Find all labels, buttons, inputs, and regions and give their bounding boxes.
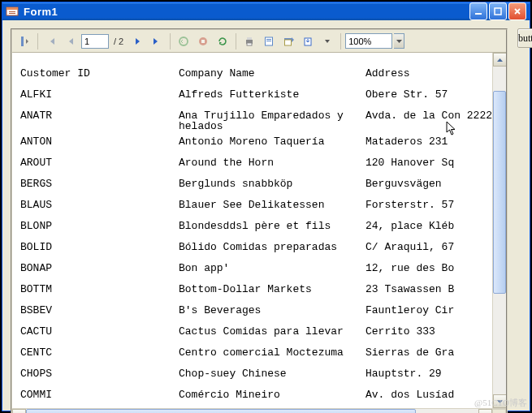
svg-rect-15	[266, 41, 271, 41]
separator	[236, 33, 236, 49]
client-area: / 2 100% Customer I	[2, 20, 530, 413]
print-layout-icon[interactable]	[260, 32, 278, 50]
prev-page-icon[interactable]	[62, 32, 80, 50]
maximize-button[interactable]	[489, 2, 507, 20]
table-row[interactable]: BERGSBerglunds snabbköpBerguvsvägen	[20, 176, 492, 197]
export-icon[interactable]	[299, 32, 317, 50]
scroll-right-icon[interactable]	[478, 409, 492, 413]
report-content[interactable]: Customer ID Company Name Address ALFKIAl…	[12, 53, 492, 408]
export-dropdown-icon[interactable]	[318, 32, 336, 50]
page-setup-icon[interactable]	[279, 32, 297, 50]
stop-icon[interactable]	[194, 32, 212, 50]
minimize-button[interactable]	[469, 2, 487, 20]
separator	[340, 33, 341, 49]
button1[interactable]: button1	[517, 28, 532, 48]
table-row[interactable]: CHOPSChop-suey ChineseHauptstr. 29	[20, 366, 492, 387]
titlebar[interactable]: Form1	[2, 2, 530, 20]
table-header: Customer ID Company Name Address	[20, 66, 492, 87]
first-page-icon[interactable]	[42, 32, 60, 50]
svg-rect-14	[266, 39, 271, 40]
svg-rect-11	[247, 37, 252, 40]
zoom-input[interactable]: 100%	[345, 33, 392, 49]
back-icon[interactable]	[175, 32, 192, 50]
svg-rect-2	[9, 11, 15, 12]
window-title: Form1	[24, 6, 58, 18]
table-row[interactable]: COMMIComércio MineiroAv. dos Lusíad	[20, 387, 492, 408]
report-viewer: / 2 100% Customer I	[11, 28, 508, 413]
page-total-label: / 2	[114, 37, 123, 46]
svg-rect-4	[475, 13, 482, 15]
separator	[170, 33, 171, 49]
vertical-scrollbar[interactable]	[492, 53, 506, 408]
report-area: Customer ID Company Name Address ALFKIAl…	[12, 53, 506, 408]
print-icon[interactable]	[240, 32, 258, 50]
table-row[interactable]: BLAUSBlauer See DelikatessenForsterstr. …	[20, 197, 492, 218]
svg-rect-16	[285, 40, 292, 45]
table-row[interactable]: AROUTAround the Horn120 Hanover Sq	[20, 155, 492, 176]
svg-rect-9	[201, 40, 205, 43]
table-row[interactable]: CACTUCactus Comidas para llevarCerrito 3…	[20, 324, 492, 345]
svg-rect-3	[9, 13, 15, 14]
close-button[interactable]	[508, 2, 526, 20]
zoom-dropdown-icon[interactable]	[394, 33, 404, 49]
scroll-up-icon[interactable]	[493, 53, 506, 67]
app-icon	[6, 5, 19, 18]
page-input[interactable]	[81, 34, 109, 49]
separator	[37, 33, 38, 49]
scroll-corner	[492, 409, 506, 413]
table-row[interactable]: ALFKIAlfreds FutterkisteObere Str. 57	[20, 87, 492, 108]
table-row[interactable]: CENTCCentro comercial MoctezumaSierras d…	[20, 345, 492, 366]
table-row[interactable]: BOTTMBottom-Dollar Markets23 Tsawassen B	[20, 282, 492, 303]
svg-rect-6	[21, 37, 24, 46]
window-frame: Form1 / 2	[2, 2, 530, 411]
table-row[interactable]: ANTONAntonio Moreno TaqueríaMataderos 23…	[20, 134, 492, 155]
next-page-icon[interactable]	[128, 32, 146, 50]
scroll-left-icon[interactable]	[12, 409, 26, 413]
scroll-thumb-vertical[interactable]	[493, 91, 506, 294]
scroll-thumb-horizontal[interactable]	[26, 409, 416, 413]
last-page-icon[interactable]	[148, 32, 166, 50]
horizontal-scrollbar[interactable]	[12, 408, 506, 413]
svg-rect-1	[6, 7, 18, 10]
table-row[interactable]: BOLIDBólido Comidas preparadasC/ Araquil…	[20, 239, 492, 260]
refresh-icon[interactable]	[214, 32, 231, 50]
table-row[interactable]: ANATRAna Trujillo Emparedados y heladosA…	[20, 108, 492, 134]
viewer-toolbar: / 2 100%	[12, 30, 506, 53]
parameters-toggle-icon[interactable]	[15, 32, 33, 50]
table-row[interactable]: BLONPBlondesddsl père et fils24, place K…	[20, 218, 492, 239]
svg-rect-5	[495, 8, 501, 15]
table-row[interactable]: BONAPBon app'12, rue des Bo	[20, 260, 492, 282]
svg-rect-12	[247, 43, 252, 45]
table-row[interactable]: BSBEVB's BeveragesFauntleroy Cir	[20, 303, 492, 324]
scroll-down-icon[interactable]	[493, 394, 506, 408]
